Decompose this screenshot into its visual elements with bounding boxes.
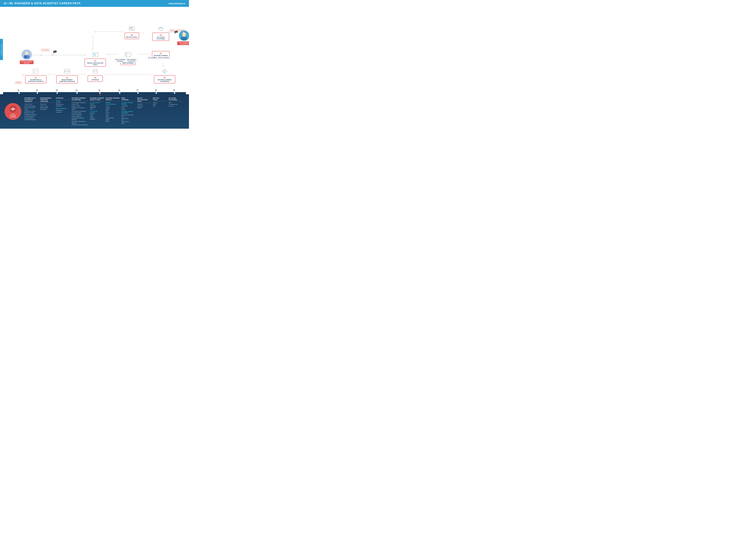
- list-item: AWS: [169, 102, 183, 104]
- list-item: E1071: [106, 105, 120, 107]
- svg-point-19: [25, 52, 28, 55]
- list-item: Scala or Java: [40, 105, 54, 107]
- list-item: MICE: [106, 115, 120, 117]
- list-item: Matplotlib: [90, 118, 104, 120]
- svg-text:∑: ∑: [34, 70, 35, 73]
- list-item: Scikit-learn: [90, 105, 104, 107]
- list-item: MySQL or: [56, 102, 70, 104]
- timeline-label-06: 06: [119, 89, 120, 91]
- list-item: Ensemble Method: [72, 112, 88, 114]
- list-item: Spark: [153, 104, 167, 105]
- list-item: Support Vector Machine (SVM): [72, 107, 88, 110]
- timeline-label-07: 07: [137, 89, 138, 91]
- list-item: Optimization Theory: [24, 110, 39, 112]
- svg-rect-3: [130, 29, 134, 30]
- you-are-a-left: YOU ARE A: [41, 49, 50, 51]
- bottom-col-02: PROGRAMMING/ SCRIPTING LANGUAGE Python o…: [40, 97, 54, 126]
- svg-text:x²: x²: [36, 70, 38, 72]
- list-item: Python or R: [40, 103, 54, 105]
- svg-point-40: [14, 109, 15, 110]
- header: AI / ML ENGINEER & DATA SCIENTIST CAREER…: [0, 0, 189, 7]
- node-09: 09 ML CLOUD PLATFORMS: [152, 25, 169, 41]
- timeline-label-01: 01: [18, 89, 19, 91]
- bottom-col-10: ML CLOUD PLATFORMS AWSor Google Cloudor …: [169, 97, 183, 126]
- header-url: www.edureka.co: [169, 2, 185, 5]
- list-item: Corrplot: [106, 107, 120, 109]
- list-item: PowerShell: [40, 109, 54, 110]
- timeline-label-03: 03: [56, 89, 58, 91]
- svg-point-7: [183, 33, 185, 36]
- bottom-col-06: MACHINE LEARNING USING R Machine Learnin…: [106, 97, 120, 126]
- list-item: Plotly: [106, 120, 120, 122]
- timeline-label-09: 09: [173, 89, 175, 91]
- list-item: RNN (LSTM): [122, 117, 136, 119]
- list-item: TensorFlow: [122, 105, 136, 107]
- bottom-logo: AI & MACHINE LEARNING: [3, 97, 23, 126]
- left-flag: 🏴: [53, 50, 57, 55]
- list-item: Numpy: [90, 116, 104, 118]
- list-item: Auto-Encoder: [122, 121, 136, 123]
- list-item: or Azure: [169, 105, 183, 107]
- list-item: Resource Allocation Theory: [24, 107, 39, 110]
- bottom-col-04: MACHINE LEARNING ALGORITHMS Linear/Logis…: [72, 97, 88, 126]
- timeline-dot-09: [174, 92, 176, 94]
- list-item: RPart: [106, 110, 120, 112]
- list-item: Scipy: [90, 115, 104, 116]
- list-item: Expectation-Maximisation Algorithm: [72, 121, 88, 124]
- list-item: Lattice: [106, 109, 120, 110]
- timeline-label-02: 02: [36, 89, 38, 91]
- dl-algorithms-sub: DEEP LEARNINGALGORITHMS: [126, 58, 137, 63]
- svg-point-41: [13, 110, 14, 111]
- bottom-col-07: DEEP LEARNING 6.1 Deep Learning Librarie…: [122, 97, 136, 126]
- list-item: or Google Cloud: [169, 104, 183, 105]
- svg-rect-6: [181, 37, 187, 40]
- svg-point-27: [93, 69, 97, 71]
- starts-label: STARTS: [15, 82, 22, 84]
- svg-point-1: [130, 27, 131, 28]
- bottom-col-09: BIG DATA TOOLS HadoopSparkHive: [153, 97, 167, 126]
- list-item: Control Theory: [24, 103, 39, 105]
- bottom-col-08: BI/DATA VISUALIZATION TOOLS Tableau orPo…: [137, 97, 151, 126]
- list-item: Forecasting Analytics: [24, 119, 39, 120]
- timeline-dot-05: [99, 92, 101, 94]
- list-item: Bash Scripting: [40, 107, 54, 109]
- bottom-section: AI & MACHINE LEARNING MATHEMATICS & STAT…: [0, 94, 189, 129]
- list-item: QlikView: [137, 107, 151, 109]
- mle-person: MACHINE LEARNING ENGINEER: [20, 49, 34, 64]
- list-item: K-Means Algorithm: [72, 114, 88, 115]
- list-item: Decision Tree: [72, 104, 88, 105]
- non-ml-libraries-sub: NON-ML LIBRARIES: [157, 57, 170, 59]
- timeline-dot-01: [18, 92, 20, 94]
- list-item: statModels: [90, 107, 104, 108]
- list-item: Cluster Analytics: [24, 117, 39, 119]
- svg-point-31: [166, 71, 167, 72]
- list-item: Hierarchical Clustering Algorithm: [72, 117, 88, 120]
- bottom-col-03: DATABASE RDBMS MySQL orPostgreSQL orOrac…: [56, 97, 70, 126]
- list-item: Fuzzy C Algorithm: [72, 115, 88, 117]
- timeline-label-08: 08: [155, 89, 157, 91]
- timeline-dot-06: [119, 92, 121, 94]
- list-item: Naive Bayes Classification: [72, 111, 88, 112]
- timeline-dot-04: [76, 92, 78, 94]
- node-06: 06 DEEP LEARNING: [119, 51, 137, 65]
- bottom-col-01: MATHEMATICS & STATISTICAL CONCEPTS Contr…: [24, 97, 39, 126]
- list-item: Linear/Logistic Regression: [72, 102, 88, 104]
- svg-point-13: [125, 55, 126, 56]
- list-item: Bayesian in Stats: [24, 112, 39, 114]
- svg-point-12: [125, 53, 126, 54]
- list-item: Predictive Modelling: [24, 105, 39, 107]
- list-item: Probability Distribution: [24, 114, 39, 115]
- svg-point-38: [11, 109, 12, 110]
- career-path-label: CAREER PATH: [0, 39, 3, 60]
- list-item: MongoDB or: [56, 110, 70, 111]
- list-item: Oracle DB: [56, 105, 70, 107]
- bottom-col-05: MACHINE LEARNING USING PYTHON 5.1.1 ML L…: [90, 97, 104, 126]
- list-item: Random Forest: [72, 105, 88, 107]
- node-08: 08 BIG DATA TOOLS: [123, 25, 140, 39]
- list-item: Multi-Layer Perceptron: [122, 114, 136, 116]
- svg-point-39: [13, 108, 14, 109]
- list-item: Pytorch: [122, 109, 136, 110]
- node-02: 02 PROGRAMMING/ SCRIPTING LANGUAGE: [56, 68, 78, 84]
- node-07: 07 BI/DATA VISUALIZATION TOOLS: [85, 51, 106, 67]
- node-04: 04 MACHINE LEARNING ALGORITHMS: [154, 68, 175, 84]
